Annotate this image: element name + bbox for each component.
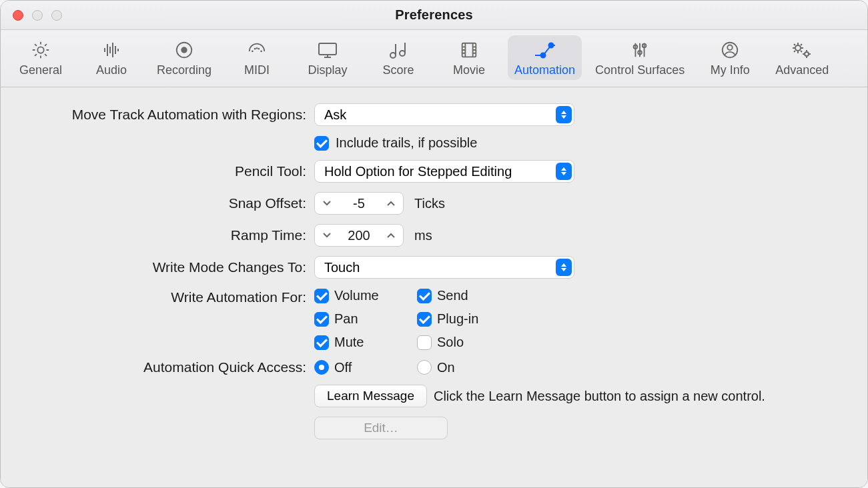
svg-point-5	[258, 48, 260, 50]
titlebar: Preferences	[1, 1, 867, 30]
midi-icon	[245, 39, 269, 61]
pencil-tool-label: Pencil Tool:	[27, 163, 314, 179]
quick-access-on-radio[interactable]	[417, 360, 432, 375]
tab-label: Score	[383, 63, 414, 77]
send-label: Send	[437, 288, 468, 303]
snap-offset-value: -5	[339, 196, 379, 211]
ramp-time-label: Ramp Time:	[27, 227, 314, 243]
tab-label: Automation	[514, 63, 575, 77]
tab-advanced[interactable]: Advanced	[769, 35, 835, 80]
write-mode-label: Write Mode Changes To:	[27, 259, 314, 275]
svg-point-20	[805, 52, 809, 56]
display-icon	[316, 39, 340, 61]
tab-label: Recording	[157, 63, 211, 77]
record-icon	[172, 39, 196, 61]
tab-label: Control Surfaces	[595, 63, 685, 77]
plugin-checkbox[interactable]	[417, 312, 432, 327]
sliders-icon	[628, 39, 652, 61]
svg-point-19	[795, 45, 801, 51]
stepper-down-button[interactable]	[315, 193, 339, 214]
solo-checkbox[interactable]	[417, 335, 432, 350]
tab-recording[interactable]: Recording	[150, 35, 218, 80]
svg-rect-8	[319, 43, 336, 55]
gears-icon	[790, 39, 814, 61]
svg-point-4	[254, 48, 256, 50]
stepper-down-button[interactable]	[315, 225, 339, 246]
snap-offset-stepper[interactable]: -5	[314, 192, 404, 215]
tab-movie[interactable]: Movie	[437, 35, 501, 80]
svg-point-18	[727, 45, 733, 51]
tab-score[interactable]: Score	[366, 35, 430, 80]
include-trails-checkbox[interactable]	[314, 136, 329, 151]
tab-label: Display	[308, 63, 348, 77]
svg-point-13	[548, 43, 553, 48]
tab-general[interactable]: General	[9, 35, 73, 80]
learn-message-hint: Click the Learn Message button to assign…	[434, 389, 765, 404]
stepper-up-button[interactable]	[379, 225, 403, 246]
plugin-label: Plug-in	[437, 311, 478, 327]
pan-checkbox[interactable]	[314, 312, 329, 327]
svg-point-0	[37, 47, 43, 53]
tab-control-surfaces[interactable]: Control Surfaces	[588, 35, 691, 80]
svg-point-6	[260, 51, 262, 53]
tab-label: General	[19, 63, 62, 77]
move-track-dropdown[interactable]: Ask	[314, 103, 574, 126]
film-icon	[457, 39, 481, 61]
svg-point-2	[181, 47, 187, 53]
write-mode-dropdown[interactable]: Touch	[314, 256, 574, 279]
close-button[interactable]	[13, 10, 23, 21]
mute-checkbox[interactable]	[314, 335, 329, 350]
person-icon	[718, 39, 742, 61]
traffic-lights	[13, 10, 62, 21]
tab-label: Advanced	[775, 63, 829, 77]
volume-label: Volume	[334, 288, 379, 303]
gear-icon	[29, 39, 53, 61]
tab-label: Audio	[96, 63, 127, 77]
tab-audio[interactable]: Audio	[79, 35, 143, 80]
tab-label: Movie	[453, 63, 485, 77]
pan-label: Pan	[334, 311, 358, 327]
minimize-button[interactable]	[32, 10, 43, 21]
write-automation-for-label: Write Automation For:	[27, 288, 314, 305]
ramp-time-unit: ms	[414, 228, 432, 243]
svg-point-9	[390, 53, 396, 58]
waveform-icon	[99, 39, 123, 61]
automation-icon	[533, 39, 557, 61]
svg-point-7	[256, 47, 258, 49]
mute-label: Mute	[334, 335, 364, 350]
tab-label: MIDI	[244, 63, 270, 77]
tab-label: My Info	[711, 63, 750, 77]
quick-access-off-radio[interactable]	[314, 360, 329, 375]
automation-panel: Move Track Automation with Regions: Ask …	[1, 87, 867, 487]
tab-my-info[interactable]: My Info	[698, 35, 762, 80]
solo-label: Solo	[437, 335, 464, 350]
zoom-button[interactable]	[51, 10, 62, 21]
snap-offset-label: Snap Offset:	[27, 195, 314, 211]
quick-access-on-label: On	[437, 360, 455, 375]
quick-access-label: Automation Quick Access:	[27, 359, 314, 375]
learn-message-button[interactable]: Learn Message	[314, 385, 427, 407]
toolbar: General Audio Recording MIDI Display	[1, 30, 867, 87]
tab-display[interactable]: Display	[296, 35, 360, 80]
send-checkbox[interactable]	[417, 289, 432, 303]
include-trails-label: Include trails, if possible	[336, 135, 477, 151]
tab-automation[interactable]: Automation	[508, 35, 582, 80]
svg-point-3	[252, 51, 254, 53]
volume-checkbox[interactable]	[314, 289, 329, 303]
tab-midi[interactable]: MIDI	[225, 35, 289, 80]
ramp-time-value: 200	[339, 228, 379, 243]
svg-point-12	[540, 53, 545, 58]
pencil-tool-dropdown[interactable]: Hold Option for Stepped Editing	[314, 160, 574, 183]
svg-point-10	[400, 51, 405, 56]
snap-offset-unit: Ticks	[414, 196, 445, 211]
music-notes-icon	[386, 39, 410, 61]
quick-access-off-label: Off	[334, 360, 352, 375]
window-title: Preferences	[395, 7, 473, 23]
move-track-label: Move Track Automation with Regions:	[27, 107, 314, 123]
edit-button[interactable]: Edit…	[314, 417, 448, 439]
ramp-time-stepper[interactable]: 200	[314, 224, 404, 247]
preferences-window: Preferences General Audio Recording MIDI	[0, 0, 868, 488]
stepper-up-button[interactable]	[379, 193, 403, 214]
